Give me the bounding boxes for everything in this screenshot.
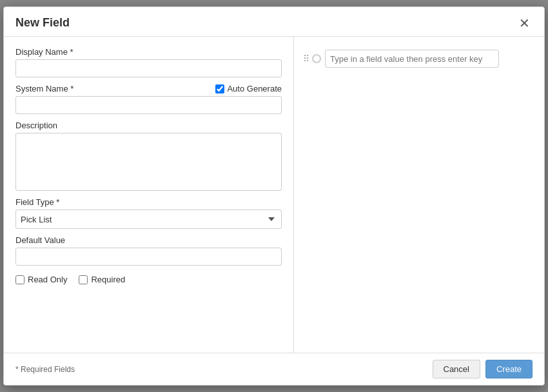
read-only-checkbox[interactable] bbox=[15, 275, 24, 284]
field-type-select[interactable]: Pick List Text Number Date Boolean bbox=[15, 210, 282, 229]
auto-generate-checkbox[interactable] bbox=[215, 84, 224, 93]
default-value-label: Default Value bbox=[15, 235, 282, 245]
picklist-input-area: ⠿ bbox=[303, 50, 499, 68]
field-type-group: Field Type * Pick List Text Number Date … bbox=[15, 197, 282, 229]
auto-generate-label[interactable]: Auto Generate bbox=[215, 84, 282, 93]
field-type-label: Field Type * bbox=[15, 197, 282, 207]
checkbox-row: Read Only Required bbox=[15, 275, 282, 284]
modal-header: New Field ✕ bbox=[4, 7, 544, 37]
required-checkbox[interactable] bbox=[79, 275, 88, 284]
right-panel: ⠿ bbox=[294, 37, 544, 353]
display-name-group: Display Name * bbox=[15, 47, 282, 77]
system-name-input[interactable] bbox=[15, 96, 282, 114]
radio-button-icon bbox=[312, 54, 321, 63]
default-value-group: Default Value bbox=[15, 235, 282, 266]
cancel-button[interactable]: Cancel bbox=[433, 360, 480, 378]
description-label: Description bbox=[15, 121, 282, 130]
system-name-group: System Name * Auto Generate bbox=[15, 84, 282, 114]
footer-buttons: Cancel Create bbox=[433, 360, 533, 378]
modal-overlay: New Field ✕ Display Name * System Name * bbox=[0, 0, 548, 392]
read-only-text: Read Only bbox=[28, 275, 67, 284]
new-field-modal: New Field ✕ Display Name * System Name * bbox=[3, 6, 545, 386]
required-note: * Required Fields bbox=[15, 365, 75, 374]
modal-title: New Field bbox=[15, 16, 70, 30]
create-button[interactable]: Create bbox=[485, 360, 533, 378]
description-group: Description bbox=[15, 121, 282, 191]
default-value-input[interactable] bbox=[15, 248, 282, 266]
auto-generate-text: Auto Generate bbox=[227, 84, 282, 93]
picklist-value-input[interactable] bbox=[325, 50, 499, 68]
system-name-label-row: System Name * Auto Generate bbox=[15, 84, 282, 93]
display-name-label: Display Name * bbox=[15, 47, 282, 57]
close-button[interactable]: ✕ bbox=[516, 17, 533, 30]
read-only-checkbox-label[interactable]: Read Only bbox=[15, 275, 67, 284]
drag-handle-icon: ⠿ bbox=[303, 54, 308, 64]
system-name-label: System Name * bbox=[15, 84, 73, 93]
modal-body: Display Name * System Name * Auto Genera… bbox=[4, 37, 544, 353]
required-checkbox-label[interactable]: Required bbox=[79, 275, 125, 284]
required-text: Required bbox=[91, 275, 125, 284]
modal-footer: * Required Fields Cancel Create bbox=[4, 353, 544, 385]
left-panel: Display Name * System Name * Auto Genera… bbox=[4, 37, 294, 353]
display-name-input[interactable] bbox=[15, 59, 282, 77]
description-textarea[interactable] bbox=[15, 133, 282, 191]
